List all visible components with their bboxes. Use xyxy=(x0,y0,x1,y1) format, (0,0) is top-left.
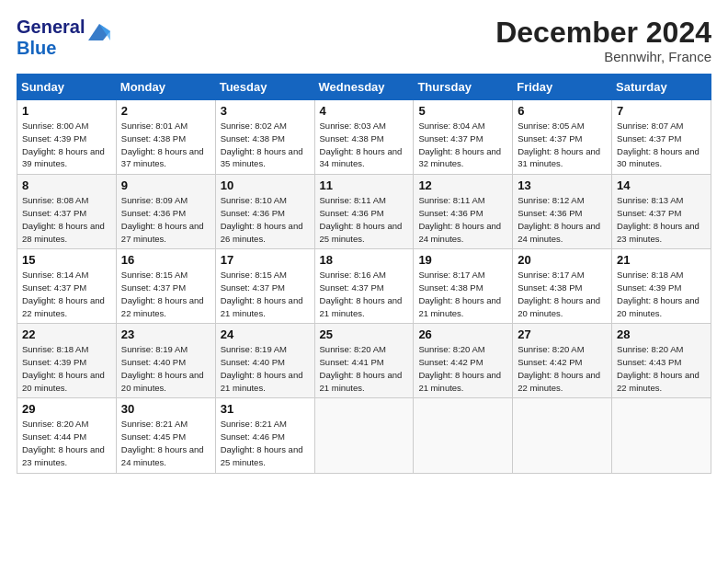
sunset-text: Sunset: 4:38 PM xyxy=(221,133,285,144)
sunset-text: Sunset: 4:39 PM xyxy=(22,133,86,144)
sunset-text: Sunset: 4:37 PM xyxy=(22,208,86,218)
sunrise-text: Sunrise: 8:20 AM xyxy=(320,344,386,354)
calendar-cell: 26Sunrise: 8:20 AMSunset: 4:42 PMDayligh… xyxy=(414,324,513,398)
sunset-text: Sunset: 4:36 PM xyxy=(418,208,483,218)
sunset-text: Sunset: 4:42 PM xyxy=(418,357,483,367)
header: General Blue December 2024 Bennwihr, Fra… xyxy=(17,17,711,64)
day-info: Sunrise: 8:09 AMSunset: 4:36 PMDaylight:… xyxy=(121,194,210,245)
sunrise-text: Sunrise: 8:08 AM xyxy=(22,195,88,205)
calendar-cell: 19Sunrise: 8:17 AMSunset: 4:38 PMDayligh… xyxy=(414,249,513,324)
sunset-text: Sunset: 4:37 PM xyxy=(518,133,582,144)
calendar-cell: 20Sunrise: 8:17 AMSunset: 4:38 PMDayligh… xyxy=(513,249,612,324)
calendar-cell: 23Sunrise: 8:19 AMSunset: 4:40 PMDayligh… xyxy=(116,324,215,398)
daylight-text: Daylight: 8 hours and 28 minutes. xyxy=(22,221,105,244)
weekday-header-saturday: Saturday xyxy=(612,75,711,100)
logo-blue: Blue xyxy=(17,38,56,58)
calendar-cell xyxy=(414,398,513,473)
daylight-text: Daylight: 8 hours and 20 minutes. xyxy=(121,370,204,393)
sunrise-text: Sunrise: 8:17 AM xyxy=(418,270,484,280)
calendar-week-row: 15Sunrise: 8:14 AMSunset: 4:37 PMDayligh… xyxy=(17,249,711,324)
sunrise-text: Sunrise: 8:20 AM xyxy=(418,344,484,354)
daylight-text: Daylight: 8 hours and 26 minutes. xyxy=(221,221,303,244)
calendar-cell xyxy=(314,398,414,473)
day-number: 3 xyxy=(221,104,310,118)
sunrise-text: Sunrise: 8:21 AM xyxy=(221,419,287,429)
location: Bennwihr, France xyxy=(495,49,711,64)
calendar-cell: 27Sunrise: 8:20 AMSunset: 4:42 PMDayligh… xyxy=(513,324,612,398)
day-info: Sunrise: 8:01 AMSunset: 4:38 PMDaylight:… xyxy=(121,120,210,170)
daylight-text: Daylight: 8 hours and 20 minutes. xyxy=(617,295,700,318)
sunset-text: Sunset: 4:42 PM xyxy=(518,357,582,367)
sunrise-text: Sunrise: 8:02 AM xyxy=(221,121,287,131)
calendar-week-row: 8Sunrise: 8:08 AMSunset: 4:37 PMDaylight… xyxy=(17,175,711,249)
logo-icon xyxy=(86,22,112,42)
sunrise-text: Sunrise: 8:14 AM xyxy=(22,270,88,280)
calendar-cell: 4Sunrise: 8:03 AMSunset: 4:38 PMDaylight… xyxy=(314,100,414,175)
sunrise-text: Sunrise: 8:03 AM xyxy=(320,121,386,131)
day-info: Sunrise: 8:21 AMSunset: 4:45 PMDaylight:… xyxy=(121,418,210,468)
day-number: 19 xyxy=(418,253,507,267)
calendar-cell: 6Sunrise: 8:05 AMSunset: 4:37 PMDaylight… xyxy=(513,100,612,175)
daylight-text: Daylight: 8 hours and 30 minutes. xyxy=(617,146,700,169)
daylight-text: Daylight: 8 hours and 23 minutes. xyxy=(617,221,700,244)
daylight-text: Daylight: 8 hours and 20 minutes. xyxy=(518,295,600,318)
sunrise-text: Sunrise: 8:20 AM xyxy=(22,419,88,429)
weekday-header-thursday: Thursday xyxy=(414,75,513,100)
day-number: 4 xyxy=(320,104,409,118)
sunset-text: Sunset: 4:41 PM xyxy=(320,357,384,367)
day-number: 8 xyxy=(22,178,111,192)
sunrise-text: Sunrise: 8:09 AM xyxy=(121,195,188,205)
day-info: Sunrise: 8:15 AMSunset: 4:37 PMDaylight:… xyxy=(121,269,210,319)
sunset-text: Sunset: 4:38 PM xyxy=(418,282,483,293)
day-info: Sunrise: 8:15 AMSunset: 4:37 PMDaylight:… xyxy=(221,269,310,319)
calendar-cell: 22Sunrise: 8:18 AMSunset: 4:39 PMDayligh… xyxy=(17,324,117,398)
day-number: 2 xyxy=(121,104,210,118)
daylight-text: Daylight: 8 hours and 22 minutes. xyxy=(121,295,204,318)
sunset-text: Sunset: 4:38 PM xyxy=(518,282,582,293)
day-number: 30 xyxy=(121,402,210,416)
sunrise-text: Sunrise: 8:15 AM xyxy=(221,270,287,280)
day-info: Sunrise: 8:18 AMSunset: 4:39 PMDaylight:… xyxy=(617,269,706,319)
day-number: 29 xyxy=(22,402,111,416)
day-number: 16 xyxy=(121,253,210,267)
daylight-text: Daylight: 8 hours and 22 minutes. xyxy=(22,295,105,318)
day-info: Sunrise: 8:20 AMSunset: 4:42 PMDaylight:… xyxy=(418,343,507,394)
daylight-text: Daylight: 8 hours and 21 minutes. xyxy=(418,370,501,393)
calendar-week-row: 29Sunrise: 8:20 AMSunset: 4:44 PMDayligh… xyxy=(17,398,711,473)
sunset-text: Sunset: 4:44 PM xyxy=(22,431,86,442)
weekday-header-sunday: Sunday xyxy=(17,75,117,100)
sunrise-text: Sunrise: 8:15 AM xyxy=(121,270,188,280)
day-number: 26 xyxy=(418,327,507,341)
sunrise-text: Sunrise: 8:19 AM xyxy=(121,344,188,354)
daylight-text: Daylight: 8 hours and 24 minutes. xyxy=(121,444,204,467)
daylight-text: Daylight: 8 hours and 21 minutes. xyxy=(418,295,501,318)
sunrise-text: Sunrise: 8:19 AM xyxy=(221,344,287,354)
daylight-text: Daylight: 8 hours and 27 minutes. xyxy=(121,221,204,244)
calendar-cell: 30Sunrise: 8:21 AMSunset: 4:45 PMDayligh… xyxy=(116,398,215,473)
logo-text: General Blue xyxy=(17,17,85,59)
sunrise-text: Sunrise: 8:01 AM xyxy=(121,121,188,131)
daylight-text: Daylight: 8 hours and 34 minutes. xyxy=(320,146,403,169)
sunrise-text: Sunrise: 8:10 AM xyxy=(221,195,287,205)
daylight-text: Daylight: 8 hours and 21 minutes. xyxy=(221,295,303,318)
calendar-cell: 28Sunrise: 8:20 AMSunset: 4:43 PMDayligh… xyxy=(612,324,711,398)
weekday-header-monday: Monday xyxy=(116,75,215,100)
calendar-cell xyxy=(513,398,612,473)
day-info: Sunrise: 8:00 AMSunset: 4:39 PMDaylight:… xyxy=(22,120,111,170)
day-number: 18 xyxy=(320,253,409,267)
daylight-text: Daylight: 8 hours and 21 minutes. xyxy=(221,370,303,393)
sunset-text: Sunset: 4:40 PM xyxy=(221,357,285,367)
calendar-cell: 12Sunrise: 8:11 AMSunset: 4:36 PMDayligh… xyxy=(414,175,513,249)
sunrise-text: Sunrise: 8:18 AM xyxy=(22,344,88,354)
sunrise-text: Sunrise: 8:16 AM xyxy=(320,270,386,280)
daylight-text: Daylight: 8 hours and 24 minutes. xyxy=(418,221,501,244)
sunset-text: Sunset: 4:38 PM xyxy=(320,133,384,144)
sunrise-text: Sunrise: 8:18 AM xyxy=(617,270,683,280)
sunrise-text: Sunrise: 8:21 AM xyxy=(121,419,188,429)
calendar-cell: 3Sunrise: 8:02 AMSunset: 4:38 PMDaylight… xyxy=(215,100,314,175)
day-info: Sunrise: 8:18 AMSunset: 4:39 PMDaylight:… xyxy=(22,343,111,394)
day-number: 9 xyxy=(121,178,210,192)
sunset-text: Sunset: 4:36 PM xyxy=(121,208,186,218)
day-number: 1 xyxy=(22,104,111,118)
day-number: 14 xyxy=(617,178,706,192)
